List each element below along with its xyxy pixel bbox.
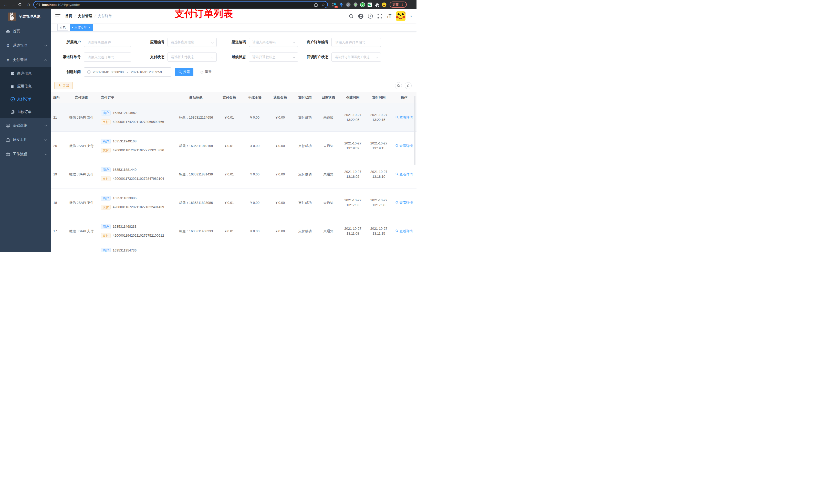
tag-home[interactable]: 首页 <box>57 24 68 31</box>
extension-command-icon[interactable]: ⌘ <box>346 2 351 7</box>
fullscreen-icon[interactable] <box>377 14 382 19</box>
pay-status-select[interactable]: 请选择支付状态 <box>168 52 217 62</box>
sidebar-item-payment[interactable]: ¥ 支付管理 <box>0 53 51 67</box>
extension-tasks-icon[interactable]: 10 <box>331 2 336 7</box>
filter-label-create-time: 创建时间 <box>54 70 84 74</box>
merchant-order-no-field[interactable] <box>335 40 378 45</box>
col-pay-amount: 支付金额 <box>216 92 242 103</box>
search-button[interactable]: 搜索 <box>175 68 193 76</box>
breadcrumb-home[interactable]: 首页 <box>65 14 72 19</box>
view-detail-link[interactable]: 查看详情 <box>396 172 413 177</box>
sidebar-item-merchant-info[interactable]: 商户信息 <box>0 67 51 80</box>
app-select[interactable]: 请选择应用信息 <box>168 38 217 47</box>
extensions-puzzle-icon[interactable] <box>375 2 379 7</box>
sidebar-item-label: 商户信息 <box>17 71 31 76</box>
search-icon[interactable] <box>349 14 354 19</box>
github-icon[interactable] <box>358 14 363 19</box>
grid-icon <box>10 85 15 88</box>
command-glyph: ⌘ <box>347 3 350 6</box>
cell-channel: 微信 JSAPI 支付 <box>65 131 98 160</box>
chevron-up-icon <box>45 59 47 62</box>
reset-button[interactable]: 重置 <box>197 68 215 76</box>
notify-status-select[interactable]: 请选择订单回调商户状态 <box>331 52 381 62</box>
browser-back-button[interactable]: ← <box>3 2 9 8</box>
browser-menu-dots-icon[interactable]: ⋮ <box>401 3 404 7</box>
url-bar[interactable]: localhost:1024/pay/order ☆ <box>33 1 328 8</box>
extension-vue-icon[interactable]: y <box>360 2 365 7</box>
cell-title: 标题：1635311468233 <box>175 217 216 245</box>
merchant-order-no-input[interactable] <box>331 38 381 47</box>
yen-icon: ¥ <box>6 58 10 62</box>
view-detail-link[interactable]: 查看详情 <box>396 229 413 234</box>
table-row: 18 微信 JSAPI 支付 商户1635311823086 支付4200001… <box>51 189 416 217</box>
extension-record-icon[interactable] <box>353 2 358 7</box>
date-separator: - <box>126 70 129 74</box>
close-icon[interactable]: × <box>89 26 90 29</box>
table-scrollbar[interactable] <box>414 96 415 165</box>
browser-home-button[interactable]: ⌂ <box>26 2 32 8</box>
merchant-order-no: 1635311823086 <box>113 196 137 200</box>
merchant-input[interactable] <box>84 38 131 47</box>
view-detail-link[interactable]: 查看详情 <box>396 115 413 120</box>
pay-order-no: 4200001174202110278060590766 <box>113 119 164 124</box>
sidebar-item-refund-order[interactable]: 退款订单 <box>0 105 51 118</box>
cell-fee-amount: ¥ 0.00 <box>242 217 268 245</box>
avatar[interactable] <box>396 11 405 21</box>
create-time-range-picker[interactable]: 2021-10-01 00:00:00 - 2021-10-31 23:59:5… <box>84 67 171 77</box>
bookmark-star-icon[interactable]: ☆ <box>322 3 325 7</box>
col-id: 编号 <box>53 92 64 103</box>
gear-icon: ⚙ <box>6 43 10 48</box>
font-size-icon[interactable]: TT <box>387 14 391 19</box>
cell-pay-amount: ¥ 0.01 <box>216 189 242 217</box>
browser-reload-button[interactable] <box>18 3 24 7</box>
sidebar-collapse-button[interactable] <box>55 14 61 18</box>
profile-emoji-icon[interactable] <box>382 2 386 7</box>
browser-update-button[interactable]: 更新 ⋮ <box>389 2 407 8</box>
view-detail-link[interactable]: 查看详情 <box>396 143 413 148</box>
breadcrumb-current: 支付订单 <box>98 14 112 19</box>
cell-refund-amount: ¥ 0.00 <box>268 189 293 217</box>
refresh-table-button[interactable] <box>405 82 412 89</box>
merchant-order-no: 1635312124657 <box>113 111 137 115</box>
merchant-badge: 商户 <box>101 111 111 116</box>
sidebar-item-label: 工作流程 <box>13 152 45 157</box>
col-create-time: 创建时间 <box>340 92 366 103</box>
channel-order-no-field[interactable] <box>87 55 128 59</box>
channel-order-no-input[interactable] <box>84 52 131 62</box>
pay-order-no: 4200001167202110271022491439 <box>113 205 164 210</box>
sidebar-item-system[interactable]: ⚙ 系统管理 <box>0 39 51 53</box>
sidebar-item-home[interactable]: 首页 <box>0 24 51 39</box>
chevron-down-icon <box>211 41 214 44</box>
sidebar-item-dev-tools[interactable]: 研发工具 <box>0 133 51 147</box>
url-text: localhost:1024/pay/order <box>42 3 80 7</box>
share-icon[interactable] <box>314 3 318 7</box>
extension-chat-icon[interactable] <box>367 2 372 7</box>
help-icon[interactable]: ? <box>368 14 373 19</box>
sidebar-item-pay-order[interactable]: ¥ 支付订单 <box>0 93 51 105</box>
url-path: :1024/pay/order <box>56 3 80 7</box>
col-notify-status: 回调状态 <box>317 92 340 103</box>
app-logo-row[interactable]: 芋道管理系统 <box>0 9 51 24</box>
merchant-order-no: 1635311354736 <box>113 248 137 252</box>
sidebar-item-workflow[interactable]: 工作流程 <box>0 147 51 161</box>
export-button[interactable]: 导出 <box>54 82 73 89</box>
app-title: 芋道管理系统 <box>19 14 40 19</box>
tags-view-bar: 首页 ● 支付订单 × <box>51 23 416 32</box>
tag-pay-order[interactable]: ● 支付订单 × <box>70 24 93 31</box>
site-info-icon[interactable] <box>37 3 40 6</box>
shop-icon <box>10 71 15 75</box>
extension-kite-icon[interactable] <box>339 2 343 7</box>
browser-forward-button[interactable]: → <box>10 2 16 8</box>
sidebar-item-infra[interactable]: 基础设施 <box>0 118 51 133</box>
sidebar-item-app-info[interactable]: 应用信息 <box>0 80 51 93</box>
caret-down-icon[interactable]: ▼ <box>410 15 412 18</box>
merchant-input-field[interactable] <box>87 40 128 45</box>
breadcrumb-payment[interactable]: 支付管理 <box>78 14 92 19</box>
refund-status-select[interactable]: 请选择退款状态 <box>249 52 298 62</box>
cell-notify-status: 未通知 <box>317 189 340 217</box>
channel-code-select[interactable]: 请输入渠道编码 <box>249 38 298 47</box>
merchant-order-no: 1635311468233 <box>113 224 137 229</box>
view-detail-link[interactable]: 查看详情 <box>396 200 413 205</box>
toggle-search-button[interactable] <box>395 82 402 89</box>
pay-badge: 支付 <box>101 119 111 124</box>
